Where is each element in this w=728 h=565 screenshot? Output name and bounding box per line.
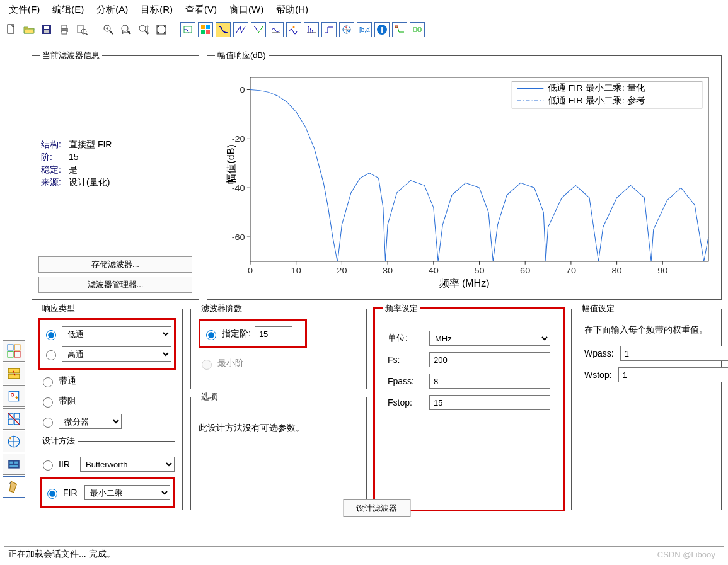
filter-info-panel: 当前滤波器信息 结构:直接型 FIR 阶:15 稳定:是 来源:设计(量化) 存… [32, 55, 199, 300]
new-file-icon[interactable] [4, 22, 19, 37]
info-stable-label: 稳定: [41, 164, 69, 176]
save-icon[interactable] [39, 22, 54, 37]
impulse-response-icon[interactable] [304, 22, 319, 37]
svg-text:50: 50 [474, 266, 484, 275]
side-btn-4[interactable] [3, 408, 25, 430]
lowpass-radio[interactable] [46, 330, 56, 340]
svg-text:-40: -40 [232, 183, 245, 192]
svg-line-11 [110, 31, 113, 34]
info-icon[interactable]: i [374, 22, 390, 37]
svg-rect-54 [8, 419, 13, 425]
min-order-radio [202, 360, 212, 370]
menu-view[interactable]: 查看(V) [180, 3, 222, 17]
wstop-input[interactable] [618, 367, 728, 382]
fstop-input[interactable] [429, 395, 550, 410]
response-type-panel: 响应类型 低通 高通 带通 带阻 微分器 设计方法 IIRButterworth… [32, 309, 183, 510]
side-btn-7[interactable] [3, 476, 25, 498]
svg-point-16 [139, 25, 146, 31]
svg-rect-6 [62, 31, 67, 34]
bandstop-label: 带阻 [59, 396, 76, 407]
diff-select[interactable]: 微分器 [59, 414, 122, 429]
fpass-input[interactable] [429, 374, 550, 389]
svg-rect-3 [44, 30, 49, 33]
svg-point-33 [310, 28, 311, 30]
menu-help[interactable]: 帮助(H) [271, 3, 313, 17]
unit-select[interactable]: MHz [429, 331, 550, 346]
svg-rect-25 [206, 30, 210, 34]
zoom-y-icon[interactable] [136, 22, 151, 37]
fs-input[interactable] [429, 352, 550, 367]
mag-response-icon[interactable] [216, 22, 231, 37]
magnitude-title: 幅值响应(dB) [215, 50, 269, 61]
iir-radio[interactable] [43, 460, 53, 471]
svg-text:×: × [345, 25, 347, 30]
diff-radio[interactable] [43, 418, 53, 428]
fir-radio[interactable] [47, 489, 57, 499]
response-type-title: 响应类型 [40, 303, 78, 314]
magnitude-response-panel: 幅值响应(dB) 幅值(dB) 频率 (MHz) 0-20-40-60 0102… [207, 55, 722, 300]
svg-text:20: 20 [337, 266, 347, 275]
bandpass-label: 带通 [59, 375, 76, 387]
filter-info-title: 当前滤波器信息 [40, 50, 102, 61]
highpass-radio[interactable] [46, 350, 56, 360]
options-panel: 选项 此设计方法没有可选参数。 [190, 397, 367, 510]
info-source-label: 来源: [41, 177, 69, 188]
frequency-title: 频率设定 [383, 303, 420, 314]
menu-file[interactable]: 文件(F) [4, 3, 45, 17]
svg-point-32 [308, 26, 309, 27]
round-trip-icon[interactable] [410, 22, 425, 37]
store-filter-button[interactable]: 存储滤波器... [38, 256, 192, 273]
side-btn-3[interactable] [3, 385, 25, 407]
print-icon[interactable] [57, 22, 72, 37]
bandpass-radio[interactable] [43, 377, 53, 387]
magset-hint: 在下面输入每个频带的权重值。 [584, 324, 708, 336]
coef-view-icon[interactable] [198, 22, 213, 37]
print-preview-icon[interactable] [74, 22, 90, 37]
menu-edit[interactable]: 编辑(E) [47, 3, 89, 17]
options-title: 选项 [199, 391, 220, 402]
highpass-select[interactable]: 高通 [62, 346, 171, 362]
step-response-icon[interactable] [321, 22, 337, 37]
menu-window[interactable]: 窗口(W) [224, 3, 269, 17]
phase-delay-icon[interactable] [286, 22, 301, 37]
svg-text:30: 30 [383, 266, 393, 275]
filter-manager-button[interactable]: 滤波器管理器... [38, 277, 192, 293]
side-btn-2[interactable] [3, 363, 25, 384]
bandstop-radio[interactable] [43, 397, 53, 408]
phase-response-icon[interactable] [233, 22, 248, 37]
status-bar: 正在加载会话文件... 完成。 CSDN @Libooy_ [4, 546, 724, 562]
info-source-value: 设计(量化) [69, 177, 110, 188]
watermark: CSDN @Libooy_ [657, 550, 720, 559]
fit-view-icon[interactable] [154, 22, 169, 37]
zoom-x-icon[interactable] [118, 22, 134, 37]
open-file-icon[interactable] [21, 22, 37, 37]
svg-point-39 [348, 30, 350, 32]
wpass-input[interactable] [620, 346, 728, 361]
specify-order-radio[interactable] [206, 330, 216, 340]
mag-spec-icon[interactable] [392, 22, 407, 37]
magnitude-settings-title: 幅值设定 [579, 303, 617, 314]
fir-select[interactable]: 最小二乘 [84, 485, 170, 500]
lowpass-select[interactable]: 低通 [62, 326, 171, 341]
menu-target[interactable]: 目标(R) [136, 3, 178, 17]
design-filter-button[interactable]: 设计滤波器 [343, 499, 410, 517]
side-btn-5[interactable] [3, 431, 25, 452]
magnitude-plot: 0-20-40-60 0102030405060708090 低通 FIR 最小… [250, 77, 708, 261]
svg-text:低通 FIR 最小二乘: 参考: 低通 FIR 最小二乘: 参考 [548, 95, 645, 105]
spec-view-icon[interactable] [180, 22, 195, 37]
options-text: 此设计方法没有可选参数。 [199, 423, 304, 433]
wpass-label: Wpass: [584, 348, 614, 358]
menu-analyze[interactable]: 分析(A) [91, 3, 133, 17]
iir-select[interactable]: Butterworth [80, 457, 175, 472]
zoom-in-icon[interactable] [101, 22, 116, 37]
mag-phase-icon[interactable] [251, 22, 266, 37]
filter-coef-icon[interactable]: [b,a] [357, 22, 372, 37]
side-btn-6[interactable] [3, 454, 25, 475]
group-delay-icon[interactable] [269, 22, 284, 37]
svg-rect-61 [14, 462, 18, 464]
pole-zero-icon[interactable]: × [339, 22, 354, 37]
svg-rect-2 [44, 26, 49, 29]
ylabel: 幅值(dB) [225, 144, 238, 183]
side-btn-1[interactable] [3, 340, 25, 362]
specify-order-input[interactable] [255, 326, 292, 341]
